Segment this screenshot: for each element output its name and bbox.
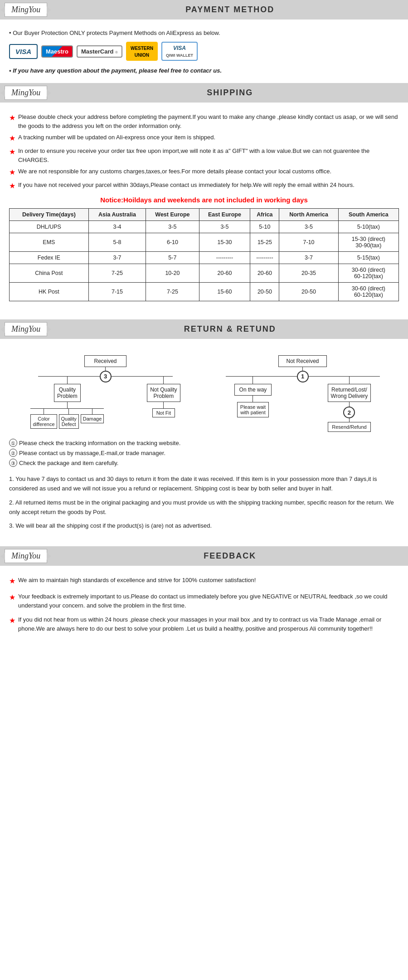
shipping-section-header: MingYou SHIPPING: [0, 83, 408, 103]
return-logo: MingYou: [5, 322, 47, 336]
payment-title: PAYMENT METHOD: [56, 5, 403, 15]
circle-2: ②: [9, 449, 17, 457]
quality-problem-box: QualityProblem: [54, 384, 81, 402]
mastercard-icon: MasterCard ®: [77, 45, 122, 58]
return-title: RETURN & RETUND: [56, 324, 403, 334]
col-header-east-europe: East Europe: [199, 209, 250, 221]
col-header-asia: Asia Australia: [88, 209, 146, 221]
payment-content: • Our Buyer Protection ONLY protects Pay…: [0, 25, 408, 83]
table-row: DHL/UPS 3-4 3-5 3-5 5-10 3-5 5-10(tax): [10, 221, 399, 233]
shipping-section: MingYou SHIPPING ★ Please double check y…: [0, 83, 408, 319]
payment-section: MingYou PAYMENT METHOD • Our Buyer Prote…: [0, 0, 408, 83]
shipping-notice: Notice:Hoildays and weekends are not inc…: [9, 196, 399, 204]
flow-diagram: Received 3: [9, 355, 399, 432]
return-instructions: ①Please check the tracking information o…: [9, 438, 399, 468]
star-icon-f2: ★: [9, 592, 15, 610]
feedback-bullet-1: ★ We aim to maintain high standards of e…: [9, 576, 399, 587]
received-flow: Received 3: [9, 355, 202, 429]
shipping-bullet-5: ★ If you have not received your parcel w…: [9, 181, 399, 191]
payment-note: • Our Buyer Protection ONLY protects Pay…: [9, 29, 399, 36]
received-box: Received: [84, 355, 126, 367]
payment-icons-row: VISA Maestro MasterCard ® WESTERNUNION V…: [9, 42, 399, 61]
payment-section-header: MingYou PAYMENT METHOD: [0, 0, 408, 20]
please-wait-box: Please waitwith patient: [237, 402, 269, 417]
resend-refund-box: Resend/Refund: [328, 422, 370, 432]
maestro-icon: Maestro: [41, 45, 73, 58]
visa-icon: VISA: [9, 44, 38, 59]
star-icon-4: ★: [9, 167, 15, 178]
badge-1: 1: [297, 371, 309, 382]
star-icon-f3: ★: [9, 615, 15, 633]
not-received-flow: Not Received 1 On the way Please: [206, 355, 399, 432]
western-union-icon: WESTERNUNION: [126, 42, 158, 61]
return-rules: 1. You have 7 days to contact us and 30 …: [9, 475, 399, 531]
on-the-way-box: On the way: [234, 384, 272, 396]
return-rule-1: 1. You have 7 days to contact us and 30 …: [9, 475, 399, 494]
shipping-content: ★ Please double check your address befor…: [0, 108, 408, 319]
shipping-bullet-2: ★ A tracking number will be updated on A…: [9, 133, 399, 144]
qiwi-icon: VISA QIWI WALLET: [161, 42, 198, 61]
badge-2: 2: [343, 407, 355, 418]
return-section: MingYou RETURN & RETUND Received: [0, 319, 408, 546]
star-icon-2: ★: [9, 133, 15, 144]
not-quality-problem-box: Not QualityProblem: [147, 384, 180, 402]
not-received-box: Not Received: [278, 355, 326, 367]
feedback-title: FEEDBACK: [56, 551, 403, 561]
quality-defect-box: QualityDefect: [59, 414, 79, 429]
shipping-logo: MingYou: [5, 86, 47, 100]
payment-footer-note: • If you have any question about the pay…: [9, 67, 399, 74]
star-icon-5: ★: [9, 181, 15, 191]
shipping-bullet-4: ★ We are not responsible for any customs…: [9, 167, 399, 178]
circle-1: ①: [9, 439, 17, 447]
color-diff-box: Colordifference: [30, 414, 57, 429]
star-icon-3: ★: [9, 147, 15, 164]
circle-3: ③: [9, 459, 17, 467]
col-header-africa: Africa: [250, 209, 279, 221]
returned-lost-box: Returned/Lost/Wrong Delivery: [328, 384, 371, 402]
feedback-content: ★ We aim to maintain high standards of e…: [0, 571, 408, 652]
shipping-title: SHIPPING: [56, 88, 403, 98]
shipping-bullet-3: ★ In order to ensure you receive your or…: [9, 147, 399, 164]
table-row: Fedex IE 3-7 5-7 --------- --------- 3-7…: [10, 252, 399, 264]
feedback-bullet-2: ★ Your feedback is extremely important t…: [9, 592, 399, 610]
table-row: EMS 5-8 6-10 15-30 15-25 7-10 15-30 (dir…: [10, 233, 399, 252]
star-icon-f1: ★: [9, 576, 15, 587]
return-content: Received 3: [0, 344, 408, 546]
damage-box: Damage: [81, 414, 104, 423]
star-icon-1: ★: [9, 113, 15, 130]
col-header-delivery: Delivery Time(days): [10, 209, 89, 221]
col-header-north-america: North America: [279, 209, 338, 221]
not-fit-box: Not Fit: [152, 408, 175, 417]
badge-3: 3: [100, 371, 112, 382]
feedback-section: MingYou FEEDBACK ★ We aim to maintain hi…: [0, 546, 408, 652]
col-header-west-europe: West Europe: [146, 209, 199, 221]
return-section-header: MingYou RETURN & RETUND: [0, 319, 408, 339]
return-rule-2: 2. All returned items must be in the ori…: [9, 498, 399, 517]
feedback-section-header: MingYou FEEDBACK: [0, 546, 408, 566]
feedback-bullet-3: ★ If you did not hear from us within 24 …: [9, 615, 399, 633]
table-row: HK Post 7-15 7-25 15-60 20-50 20-50 30-6…: [10, 283, 399, 301]
return-rule-3: 3. We will bear all the shipping cost if…: [9, 521, 399, 531]
shipping-table: Delivery Time(days) Asia Australia West …: [9, 208, 399, 301]
shipping-bullet-1: ★ Please double check your address befor…: [9, 113, 399, 130]
payment-logo: MingYou: [5, 3, 47, 17]
col-header-south-america: South America: [338, 209, 398, 221]
table-row: China Post 7-25 10-20 20-60 20-60 20-35 …: [10, 264, 399, 283]
feedback-logo: MingYou: [5, 549, 47, 563]
